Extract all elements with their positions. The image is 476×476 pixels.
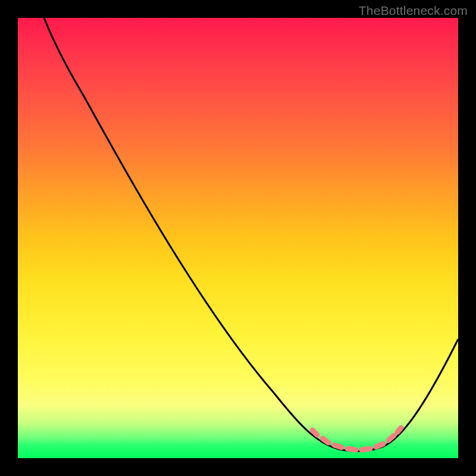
svg-line-5	[376, 444, 383, 447]
optimal-zone-markers	[312, 428, 401, 450]
bottleneck-curve	[18, 18, 458, 458]
svg-line-4	[362, 449, 370, 450]
chart-plot-area	[18, 18, 458, 458]
watermark-label: TheBottleneck.com	[359, 4, 468, 18]
svg-line-3	[347, 449, 356, 450]
svg-line-1	[322, 439, 328, 443]
svg-line-7	[397, 428, 401, 432]
svg-line-0	[312, 430, 317, 435]
svg-line-6	[389, 436, 394, 440]
svg-line-2	[334, 445, 342, 447]
curve-path	[44, 18, 458, 451]
